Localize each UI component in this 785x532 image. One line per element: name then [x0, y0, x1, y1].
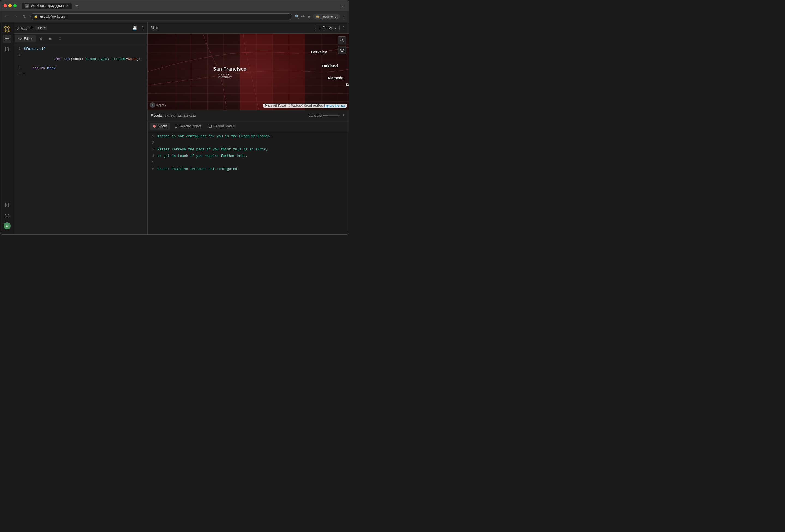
- tab-title: Workbench gray_guan: [31, 4, 64, 8]
- code-line-1: 1 @fused.udf: [14, 46, 147, 52]
- traffic-lights: [3, 4, 17, 7]
- tile-label: Tile: [37, 26, 42, 29]
- avg-bar-fill: [323, 115, 328, 117]
- tab-selected-object[interactable]: Selected object: [171, 123, 205, 130]
- sidebar-item-layers[interactable]: [3, 35, 11, 43]
- active-tab[interactable]: ⬡ Workbench gray_guan ✕: [22, 3, 72, 9]
- svg-marker-0: [4, 26, 10, 32]
- code-editor[interactable]: 1 @fused.udf 2 ▾def udf(bbox: fused.type…: [14, 44, 147, 234]
- hide-icon[interactable]: 👁: [301, 15, 305, 19]
- map-search-button[interactable]: [338, 36, 346, 45]
- breadcrumb[interactable]: gray_guan: [17, 26, 33, 30]
- tab-stdout[interactable]: Stdout: [150, 123, 170, 130]
- map-layers-button[interactable]: [338, 46, 346, 54]
- browser-menu-icon[interactable]: ⋮: [342, 15, 346, 19]
- new-tab-button[interactable]: +: [74, 3, 80, 8]
- tab-favicon: ⬡: [25, 4, 29, 8]
- bookmark-icon[interactable]: ★: [307, 15, 311, 19]
- sidebar-item-files[interactable]: [3, 45, 11, 53]
- freeze-label: Freeze: [323, 26, 333, 30]
- save-icon[interactable]: 💾: [132, 26, 137, 30]
- stdout-tab-label: Stdout: [157, 124, 167, 128]
- request-details-icon: [209, 125, 212, 128]
- sa-label: Sa: [346, 83, 349, 87]
- map-background: San Francisco CASTRODISTRICT Berkeley Oa…: [148, 33, 349, 110]
- avatar-initials: A: [6, 224, 8, 228]
- tab-bar: ⬡ Workbench gray_guan ✕ +: [19, 3, 337, 9]
- address-input[interactable]: 🔒 fused.io/workbench: [30, 14, 293, 20]
- maximize-button[interactable]: [14, 4, 17, 7]
- table-tab-icon: ⊞: [40, 37, 42, 41]
- output-line-3: 3 Please refresh the page if you think t…: [151, 147, 346, 153]
- minimize-button[interactable]: [8, 4, 12, 7]
- split-tab-icon: ⊟: [49, 37, 52, 41]
- mapbox-circle-icon: [150, 102, 155, 108]
- tab-split[interactable]: ⊟: [46, 35, 55, 42]
- chevron-down-icon: ▾: [44, 26, 45, 29]
- sidebar-item-discord[interactable]: [3, 211, 11, 220]
- selected-object-icon: [175, 125, 177, 128]
- berkeley-label: Berkeley: [311, 50, 327, 54]
- zoom-icon[interactable]: 🔍: [295, 15, 299, 19]
- code-menu-icon[interactable]: ⋮: [141, 26, 145, 30]
- svg-line-31: [343, 41, 344, 42]
- svg-point-8: [7, 216, 8, 217]
- address-text: fused.io/workbench: [39, 15, 67, 19]
- results-menu-icon[interactable]: ⋮: [342, 113, 346, 118]
- code-line-3: 3 return bbox: [14, 66, 147, 72]
- tab-settings[interactable]: ⚙: [55, 35, 65, 42]
- editor-tab-icon: <>: [18, 37, 22, 41]
- right-panel: Map ⏸ Freeze ⌄ ⋮: [148, 22, 349, 234]
- avatar[interactable]: A: [3, 222, 10, 229]
- attribution-text: Made with Fused | © Mapbox © OpenStreetM…: [265, 104, 324, 107]
- map-container[interactable]: San Francisco CASTRODISTRICT Berkeley Oa…: [148, 33, 349, 110]
- code-section: gray_guan Tile ▾ 💾 ⋮ <> Editor ⊞: [14, 22, 148, 234]
- results-panel: Results 37.7853,-122.4167,11z 0.14s avg …: [148, 110, 349, 234]
- browser-toolbar: 🔍 👁 ★ 🕵️ Incognito (2) ⋮: [295, 14, 346, 19]
- pause-icon: ⏸: [318, 26, 321, 30]
- tab-close-button[interactable]: ✕: [66, 4, 69, 8]
- map-attribution: Made with Fused | © Mapbox © OpenStreetM…: [263, 104, 347, 108]
- avg-bar: [323, 115, 339, 117]
- code-header: gray_guan Tile ▾ 💾 ⋮: [14, 22, 147, 33]
- code-line-2: 2 ▾def udf(bbox: fused.types.TileGDF=Non…: [14, 52, 147, 66]
- freeze-expand-icon: ⌄: [334, 26, 336, 29]
- incognito-label: Incognito (2): [321, 15, 337, 18]
- back-button[interactable]: ←: [3, 14, 10, 19]
- freeze-button[interactable]: ⏸ Freeze ⌄: [315, 25, 339, 31]
- reload-button[interactable]: ↻: [22, 14, 28, 19]
- svg-point-30: [341, 39, 343, 41]
- map-menu-icon[interactable]: ⋮: [342, 26, 346, 30]
- tab-table[interactable]: ⊞: [36, 35, 45, 42]
- improve-map-link[interactable]: Improve this map: [324, 104, 345, 107]
- map-toolbar: [338, 36, 346, 54]
- map-header: Map ⏸ Freeze ⌄ ⋮: [148, 22, 349, 33]
- svg-point-33: [152, 104, 153, 106]
- incognito-icon: 🕵️: [316, 15, 320, 18]
- oakland-label: Oakland: [322, 64, 338, 68]
- close-button[interactable]: [3, 4, 7, 7]
- tab-editor[interactable]: <> Editor: [15, 35, 36, 42]
- output-line-5: 5: [151, 160, 346, 167]
- svg-rect-29: [273, 33, 305, 110]
- app-logo[interactable]: [3, 25, 11, 33]
- mapbox-text: mapbox: [156, 104, 166, 107]
- incognito-badge[interactable]: 🕵️ Incognito (2): [313, 14, 340, 19]
- editor-tabs: <> Editor ⊞ ⊟ ⚙: [14, 33, 147, 44]
- security-icon: 🔒: [34, 15, 37, 18]
- svg-marker-1: [5, 27, 9, 31]
- tab-overflow-button[interactable]: ⌄: [339, 4, 346, 8]
- results-title: Results: [151, 113, 162, 118]
- icon-strip-top: [3, 25, 11, 199]
- output-line-2: 2: [151, 140, 346, 147]
- icon-strip-bottom: A: [3, 201, 11, 232]
- tab-request-details[interactable]: Request details: [206, 123, 239, 130]
- tile-badge[interactable]: Tile ▾: [35, 26, 47, 30]
- sidebar-item-docs[interactable]: [3, 201, 11, 209]
- mapbox-logo: mapbox: [150, 102, 166, 108]
- editor-tab-label: Editor: [24, 37, 32, 41]
- output-line-6: 6 Cause: Realtime instance not configure…: [151, 167, 346, 173]
- title-bar: ⬡ Workbench gray_guan ✕ + ⌄: [0, 0, 349, 11]
- svg-rect-2: [5, 37, 9, 41]
- forward-button[interactable]: →: [12, 14, 19, 19]
